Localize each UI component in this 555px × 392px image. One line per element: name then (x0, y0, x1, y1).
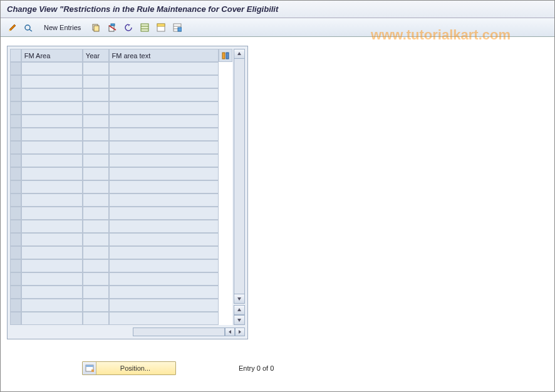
row-selector[interactable] (10, 115, 21, 128)
scroll-up-button-2[interactable] (234, 305, 245, 315)
horizontal-scrollbar[interactable] (8, 328, 247, 339)
row-selector[interactable] (10, 233, 21, 246)
row-selector[interactable] (10, 75, 21, 88)
cell-fm_area[interactable] (21, 272, 83, 286)
row-selector[interactable] (10, 88, 21, 101)
row-selector[interactable] (10, 128, 21, 141)
cell-fm_area_text[interactable] (109, 62, 219, 75)
select-block-button[interactable] (154, 21, 168, 34)
cell-fm_area[interactable] (21, 128, 83, 141)
row-selector[interactable] (10, 141, 21, 154)
table-row[interactable] (10, 312, 232, 325)
cell-year[interactable] (83, 154, 109, 167)
cell-year[interactable] (83, 180, 109, 193)
cell-fm_area[interactable] (21, 75, 83, 88)
row-selector[interactable] (10, 62, 21, 75)
undo-change-button[interactable] (122, 21, 135, 34)
table-row[interactable] (10, 88, 232, 101)
cell-fm_area_text[interactable] (109, 286, 219, 299)
row-selector[interactable] (10, 286, 21, 299)
new-entries-button[interactable]: New Entries (38, 21, 86, 34)
table-row[interactable] (10, 101, 232, 115)
table-row[interactable] (10, 128, 232, 141)
select-all-button[interactable] (138, 21, 152, 34)
cell-fm_area_text[interactable] (109, 154, 219, 167)
cell-year[interactable] (83, 88, 109, 101)
row-selector[interactable] (10, 312, 21, 325)
cell-year[interactable] (83, 272, 109, 286)
cell-year[interactable] (83, 128, 109, 141)
cell-fm_area_text[interactable] (109, 128, 219, 141)
scroll-left-button[interactable] (225, 328, 235, 336)
table-row[interactable] (10, 246, 232, 259)
table-row[interactable] (10, 167, 232, 180)
scroll-right-button[interactable] (235, 328, 245, 336)
row-selector[interactable] (10, 207, 21, 220)
vertical-scrollbar[interactable] (234, 49, 245, 325)
cell-fm_area[interactable] (21, 286, 83, 299)
row-selector[interactable] (10, 272, 21, 286)
cell-year[interactable] (83, 141, 109, 154)
cell-fm_area_text[interactable] (109, 115, 219, 128)
cell-fm_area_text[interactable] (109, 272, 219, 286)
table-row[interactable] (10, 299, 232, 312)
cell-fm_area_text[interactable] (109, 101, 219, 115)
table-row[interactable] (10, 272, 232, 286)
row-selector[interactable] (10, 246, 21, 259)
cell-fm_area[interactable] (21, 312, 83, 325)
cell-fm_area[interactable] (21, 180, 83, 193)
row-selector[interactable] (10, 299, 21, 312)
cell-fm_area[interactable] (21, 299, 83, 312)
cell-year[interactable] (83, 101, 109, 115)
table-row[interactable] (10, 75, 232, 88)
cell-fm_area[interactable] (21, 141, 83, 154)
column-header-fm-area-text[interactable]: FM area text (109, 49, 219, 62)
table-row[interactable] (10, 62, 232, 75)
cell-fm_area_text[interactable] (109, 246, 219, 259)
column-header-year[interactable]: Year (83, 49, 109, 62)
cell-fm_area[interactable] (21, 115, 83, 128)
cell-year[interactable] (83, 312, 109, 325)
cell-fm_area[interactable] (21, 167, 83, 180)
cell-fm_area[interactable] (21, 259, 83, 272)
scroll-down-button[interactable] (234, 294, 245, 304)
cell-fm_area_text[interactable] (109, 299, 219, 312)
row-selector[interactable] (10, 193, 21, 207)
delete-button[interactable] (105, 21, 119, 34)
row-selector[interactable] (10, 167, 21, 180)
cell-year[interactable] (83, 167, 109, 180)
cell-fm_area[interactable] (21, 62, 83, 75)
position-button[interactable]: Position... (82, 361, 176, 375)
cell-fm_area_text[interactable] (109, 233, 219, 246)
row-selector[interactable] (10, 154, 21, 167)
scroll-track[interactable] (234, 59, 245, 294)
cell-year[interactable] (83, 115, 109, 128)
cell-fm_area[interactable] (21, 246, 83, 259)
cell-year[interactable] (83, 286, 109, 299)
deselect-all-button[interactable] (170, 21, 184, 34)
cell-fm_area[interactable] (21, 233, 83, 246)
cell-fm_area[interactable] (21, 220, 83, 233)
table-row[interactable] (10, 154, 232, 167)
table-row[interactable] (10, 115, 232, 128)
cell-year[interactable] (83, 62, 109, 75)
table-row[interactable] (10, 180, 232, 193)
cell-year[interactable] (83, 193, 109, 207)
table-row[interactable] (10, 193, 232, 207)
cell-year[interactable] (83, 299, 109, 312)
copy-as-button[interactable] (89, 21, 103, 34)
cell-year[interactable] (83, 233, 109, 246)
cell-fm_area_text[interactable] (109, 167, 219, 180)
table-row[interactable] (10, 259, 232, 272)
cell-fm_area_text[interactable] (109, 312, 219, 325)
table-row[interactable] (10, 286, 232, 299)
cell-fm_area_text[interactable] (109, 193, 219, 207)
cell-year[interactable] (83, 75, 109, 88)
cell-year[interactable] (83, 259, 109, 272)
cell-year[interactable] (83, 207, 109, 220)
cell-fm_area_text[interactable] (109, 88, 219, 101)
column-header-fm-area[interactable]: FM Area (21, 49, 83, 62)
cell-fm_area_text[interactable] (109, 180, 219, 193)
table-settings-button[interactable] (219, 49, 232, 62)
row-selector[interactable] (10, 220, 21, 233)
